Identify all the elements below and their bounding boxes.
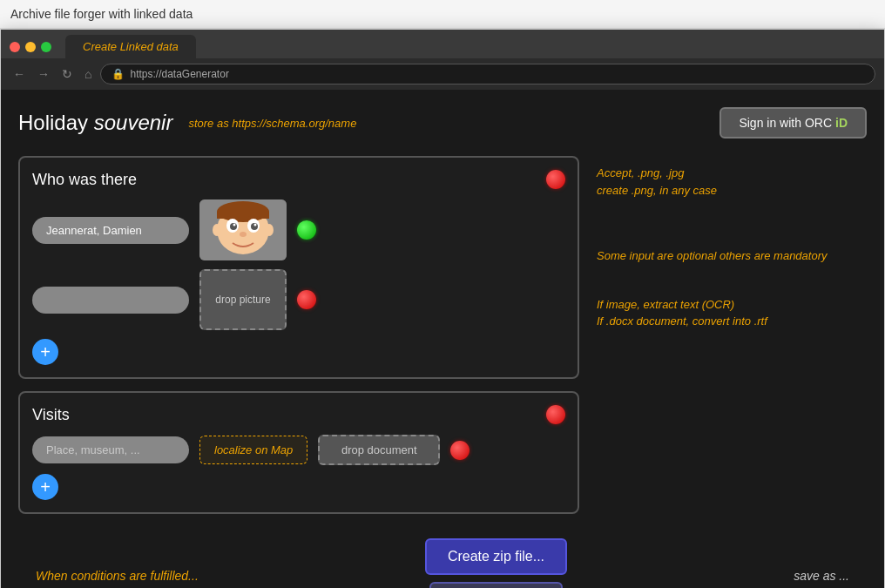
svg-rect-3 — [217, 212, 269, 219]
visits-section: Visits localize on Map drop document — [18, 391, 579, 514]
save-as-label: save as ... — [794, 569, 849, 583]
content-area: Who was there — [18, 156, 867, 526]
orcid-signin-button[interactable]: Sign in with ORCiD — [719, 107, 867, 139]
maximize-button[interactable] — [41, 42, 51, 52]
visits-row-1: localize on Map drop document — [32, 435, 565, 465]
svg-point-10 — [240, 232, 247, 237]
annotation-optional: Some input are optional others are manda… — [597, 247, 867, 265]
svg-point-8 — [233, 224, 236, 226]
back-button[interactable]: ← — [10, 65, 29, 83]
refresh-button[interactable]: ↻ — [58, 65, 76, 83]
visits-section-title: Visits — [32, 406, 70, 424]
lock-icon: 🔒 — [111, 68, 125, 80]
person-status-1 — [297, 220, 316, 240]
traffic-lights — [10, 42, 51, 52]
person-picture-drop-2[interactable]: drop picture — [199, 269, 287, 330]
drop-picture-label: drop picture — [215, 294, 270, 306]
optional-annotation-text: Some input are optional others are manda… — [597, 249, 828, 262]
right-annotations: Accept, .png, .jpgcreate .png, in any ca… — [579, 156, 867, 526]
add-visit-icon: + — [40, 478, 51, 496]
person-status-2 — [297, 290, 316, 309]
page-title: Holiday souvenir — [18, 111, 172, 135]
visits-required-indicator — [546, 405, 565, 424]
minimize-button[interactable] — [25, 42, 36, 52]
person-row-1 — [32, 199, 565, 260]
tab-bar: Create Linked data — [1, 30, 884, 58]
who-required-indicator — [546, 170, 565, 189]
person-name-input-1[interactable] — [32, 217, 189, 244]
home-button[interactable]: ⌂ — [81, 65, 95, 83]
ocr-annotation-text: If image, extract text (OCR)If .docx doc… — [597, 298, 767, 328]
svg-point-12 — [265, 224, 274, 236]
refresh-icon: ↻ — [62, 67, 72, 81]
address-bar[interactable]: 🔒 https://dataGenerator — [100, 64, 875, 84]
store-zenodo-button[interactable]: Store to Zenodo — [429, 582, 562, 588]
add-visit-button[interactable]: + — [32, 474, 58, 500]
add-icon: + — [40, 343, 51, 361]
annotation-ocr: If image, extract text (OCR)If .docx doc… — [597, 296, 867, 330]
who-section-title: Who was there — [32, 171, 137, 189]
close-button[interactable] — [10, 42, 20, 52]
png-annotation-text: Accept, .png, .jpgcreate .png, in any ca… — [597, 166, 717, 197]
sections-area: Who was there — [18, 156, 579, 526]
visits-doc-status — [450, 441, 470, 460]
forward-button[interactable]: → — [34, 65, 53, 83]
conditions-label: When conditions are fulfilled... — [36, 569, 199, 583]
title-row: Holiday souvenir store as https://schema… — [18, 111, 356, 135]
who-was-there-section: Who was there — [18, 156, 579, 379]
window-outer-title: Archive file forger with linked data — [0, 0, 885, 29]
place-input[interactable] — [32, 436, 189, 463]
svg-point-9 — [254, 224, 257, 226]
browser-tab[interactable]: Create Linked data — [65, 35, 196, 58]
annotation-png: Accept, .png, .jpgcreate .png, in any ca… — [597, 165, 867, 199]
main-content: Holiday souvenir store as https://schema… — [1, 90, 884, 588]
visits-section-header: Visits — [32, 405, 565, 424]
person-name-input-2[interactable] — [32, 287, 189, 314]
localize-on-map-button[interactable]: localize on Map — [199, 436, 307, 464]
footer-actions: Create zip file... Store to Zenodo — [425, 538, 567, 588]
page-header: Holiday souvenir store as https://schema… — [18, 107, 867, 139]
browser-window: Create Linked data ← → ↻ ⌂ 🔒 https://dat… — [0, 29, 885, 588]
footer: When conditions are fulfilled... Create … — [18, 526, 867, 588]
add-person-button[interactable]: + — [32, 339, 58, 365]
create-zip-button[interactable]: Create zip file... — [425, 538, 567, 575]
who-section-header: Who was there — [32, 170, 565, 189]
back-icon: ← — [13, 67, 25, 81]
person-avatar-1 — [199, 199, 287, 260]
svg-point-11 — [213, 224, 221, 236]
nav-bar: ← → ↻ ⌂ 🔒 https://dataGenerator — [1, 58, 884, 90]
person-picture-drop-1[interactable] — [199, 199, 287, 260]
drop-document-area[interactable]: drop document — [318, 435, 440, 465]
home-icon: ⌂ — [84, 67, 91, 81]
person-row-2: drop picture — [32, 269, 565, 330]
schema-annotation: store as https://schema.org/name — [188, 117, 356, 130]
forward-icon: → — [37, 67, 50, 81]
